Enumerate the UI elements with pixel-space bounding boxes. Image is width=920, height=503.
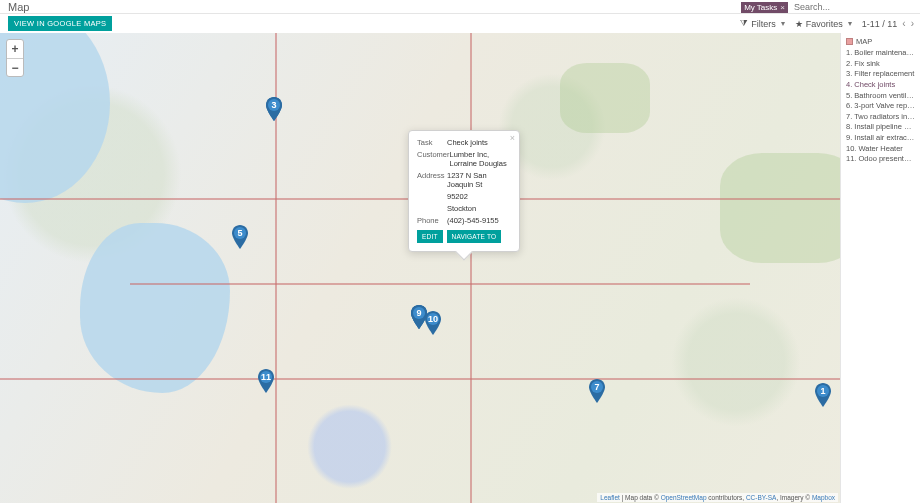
legend-swatch-icon bbox=[846, 38, 853, 45]
legend-item[interactable]: 6. 3-port Valve replacement bbox=[846, 102, 915, 111]
popup-value-phone: (402)-545-9155 bbox=[447, 216, 511, 225]
map-pin-11[interactable]: 11 bbox=[258, 369, 274, 393]
legend-item[interactable]: 3. Filter replacement bbox=[846, 70, 915, 79]
zoom-controls: + − bbox=[6, 39, 24, 77]
map-road bbox=[470, 33, 472, 503]
header-tools: ⧩ Filters ★ Favorites 1-11 / 11 ‹ › bbox=[740, 14, 914, 33]
zoom-in-button[interactable]: + bbox=[7, 40, 23, 58]
search-input[interactable] bbox=[792, 1, 912, 13]
legend-item[interactable]: 11. Odoo presentation bbox=[846, 155, 915, 164]
favorites-dropdown[interactable]: ★ Favorites bbox=[795, 19, 852, 29]
map-pin-1[interactable]: 1 bbox=[815, 383, 831, 407]
filters-label: Filters bbox=[751, 19, 776, 29]
popup-value-customer: Lumber Inc, Lorraine Douglas bbox=[450, 150, 511, 168]
legend-item[interactable]: 7. Two radiators installation bbox=[846, 113, 915, 122]
svg-text:7: 7 bbox=[594, 382, 599, 392]
osm-link[interactable]: OpenStreetMap bbox=[661, 494, 707, 501]
popup-label-task: Task bbox=[417, 138, 447, 147]
popup-label-phone: Phone bbox=[417, 216, 447, 225]
map-pin-3[interactable]: 3 bbox=[266, 97, 282, 121]
funnel-icon: ⧩ bbox=[740, 18, 748, 29]
svg-text:5: 5 bbox=[237, 228, 242, 238]
search-facet-my-tasks[interactable]: My Tasks × bbox=[741, 2, 788, 13]
map-park bbox=[560, 63, 650, 133]
map-road bbox=[130, 283, 750, 285]
search-facet-label: My Tasks bbox=[744, 3, 777, 12]
map-park bbox=[720, 153, 860, 263]
popup-label-address: Address bbox=[417, 171, 447, 189]
view-in-google-maps-button[interactable]: VIEW IN GOOGLE MAPS bbox=[8, 16, 112, 31]
legend-item[interactable]: 4. Check joints bbox=[846, 81, 915, 90]
marker-popup: × Task Check joints Customer Lumber Inc,… bbox=[408, 130, 520, 252]
popup-label-customer: Customer bbox=[417, 150, 450, 168]
legend-item[interactable]: 8. Install pipeline system bbox=[846, 123, 915, 132]
pager: 1-11 / 11 ‹ › bbox=[862, 18, 914, 29]
legend-item[interactable]: 5. Bathroom ventilation bbox=[846, 92, 915, 101]
header-row-2: VIEW IN GOOGLE MAPS ⧩ Filters ★ Favorite… bbox=[0, 14, 920, 33]
svg-text:10: 10 bbox=[428, 314, 438, 324]
pager-next[interactable]: › bbox=[911, 18, 914, 29]
cc-link[interactable]: CC-BY-SA bbox=[746, 494, 776, 501]
map-attribution: Leaflet | Map data © OpenStreetMap contr… bbox=[597, 493, 838, 502]
map-canvas[interactable]: + − 1234567891011 × Task Check joints Cu… bbox=[0, 33, 920, 503]
map-road bbox=[0, 378, 840, 380]
popup-value-task: Check joints bbox=[447, 138, 511, 147]
legend-item[interactable]: 9. Install air extractor bbox=[846, 134, 915, 143]
legend-item[interactable]: 1. Boiler maintenance bbox=[846, 49, 915, 58]
page-title: Map bbox=[8, 0, 29, 13]
filters-dropdown[interactable]: ⧩ Filters bbox=[740, 18, 785, 29]
svg-text:1: 1 bbox=[820, 386, 825, 396]
legend-item[interactable]: 10. Water Heater bbox=[846, 145, 915, 154]
legend-title: MAP bbox=[846, 37, 915, 46]
favorites-label: Favorites bbox=[806, 19, 843, 29]
close-icon[interactable]: × bbox=[510, 133, 515, 143]
legend-list: 1. Boiler maintenance2. Fix sink3. Filte… bbox=[846, 49, 915, 164]
legend-panel: MAP 1. Boiler maintenance2. Fix sink3. F… bbox=[840, 33, 920, 503]
header-row-1: Map My Tasks × bbox=[0, 0, 920, 14]
map-pin-10[interactable]: 10 bbox=[425, 311, 441, 335]
svg-text:9: 9 bbox=[416, 308, 421, 318]
map-pin-5[interactable]: 5 bbox=[232, 225, 248, 249]
zoom-out-button[interactable]: − bbox=[7, 58, 23, 76]
legend-title-text: MAP bbox=[856, 37, 872, 46]
searchbar: My Tasks × bbox=[741, 0, 912, 14]
svg-text:3: 3 bbox=[271, 100, 276, 110]
svg-text:11: 11 bbox=[261, 372, 271, 382]
leaflet-link[interactable]: Leaflet bbox=[600, 494, 620, 501]
legend-item[interactable]: 2. Fix sink bbox=[846, 60, 915, 69]
mapbox-link[interactable]: Mapbox bbox=[812, 494, 835, 501]
pager-text: 1-11 / 11 bbox=[862, 19, 898, 29]
map-pin-7[interactable]: 7 bbox=[589, 379, 605, 403]
edit-button[interactable]: EDIT bbox=[417, 230, 443, 243]
popup-value-address3: Stockton bbox=[447, 204, 511, 213]
pager-prev[interactable]: ‹ bbox=[902, 18, 905, 29]
popup-value-address1: 1237 N San Joaquin St bbox=[447, 171, 511, 189]
popup-value-address2: 95202 bbox=[447, 192, 511, 201]
star-icon: ★ bbox=[795, 19, 803, 29]
close-icon[interactable]: × bbox=[780, 3, 785, 12]
navigate-to-button[interactable]: NAVIGATE TO bbox=[447, 230, 502, 243]
